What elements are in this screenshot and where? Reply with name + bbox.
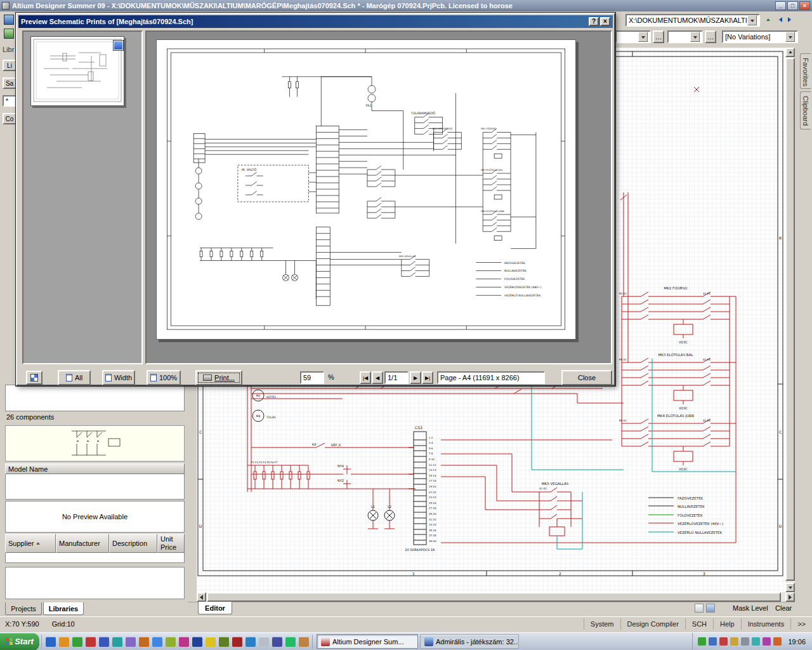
panel-button-system[interactable]: System [584, 618, 620, 630]
tab-clipboard[interactable]: Clipboard [800, 91, 811, 129]
taskbar-item-admiral[interactable]: Admirális - játékszám: 32... [420, 634, 519, 649]
variations-combo[interactable]: [No Variations] [722, 30, 798, 43]
tab-favorites[interactable]: Favorites [800, 53, 811, 89]
panel-button-fragment[interactable]: Li [3, 60, 16, 71]
quick-launch-icon[interactable] [139, 637, 149, 647]
previous-page-button[interactable]: ◀ [372, 371, 383, 384]
clear-button[interactable]: Clear [775, 604, 792, 612]
tray-icon[interactable] [730, 637, 738, 646]
quick-launch-icon[interactable] [112, 637, 122, 647]
tray-icon[interactable] [763, 637, 771, 646]
tray-icon[interactable] [752, 637, 760, 646]
zoom-width-button[interactable]: Width [102, 370, 135, 385]
quick-launch-icon[interactable] [272, 637, 282, 647]
toolbar-icon[interactable] [4, 29, 14, 39]
quick-launch-icon[interactable] [246, 637, 256, 647]
column-header-description[interactable]: Description [109, 534, 157, 553]
vertical-scroll-thumb[interactable] [785, 58, 795, 581]
tab-libraries[interactable]: Libraries [43, 602, 84, 615]
clock[interactable]: 19:06 [783, 638, 808, 646]
quick-launch-icon[interactable] [179, 637, 189, 647]
app-titlebar[interactable]: Altium Designer Summer 09 - X:\DOKUMENTU… [0, 0, 812, 11]
zoom-percent-input[interactable] [303, 374, 321, 381]
project-combo-dropdown[interactable] [638, 32, 648, 42]
supplier-table-row[interactable] [5, 553, 185, 563]
quick-launch-icon[interactable] [232, 637, 242, 647]
column-header-unit-price[interactable]: Unit Price [157, 534, 185, 553]
quick-launch-icon[interactable] [259, 637, 269, 647]
supplier-detail-area[interactable] [5, 567, 185, 599]
print-button[interactable]: Print... [195, 370, 242, 385]
panel-button-help[interactable]: Help [713, 618, 741, 630]
address-combo[interactable]: X:\DOKUMENTUMOK\MŰSZAKI\ALTIUM [625, 14, 760, 27]
minimize-button[interactable]: _ [775, 1, 786, 10]
tray-icon[interactable] [719, 637, 728, 646]
close-dialog-button[interactable]: Close [561, 370, 612, 385]
panel-button-fragment[interactable]: Sa [3, 77, 16, 89]
maximize-button[interactable]: □ [787, 1, 798, 10]
multi-page-view-button[interactable] [26, 371, 43, 385]
quick-launch-icon[interactable] [59, 637, 69, 647]
toolbar-icon[interactable] [4, 15, 14, 25]
browse-button-1[interactable]: … [653, 30, 664, 43]
tray-icon[interactable] [773, 637, 782, 646]
panel-more-button[interactable]: >> [790, 618, 812, 630]
quick-launch-icon[interactable] [46, 637, 56, 647]
panel-button-sch[interactable]: SCH [685, 618, 713, 630]
horizontal-scroll-thumb[interactable] [207, 592, 781, 602]
quick-launch-icon[interactable] [86, 637, 96, 647]
back-icon[interactable] [775, 15, 784, 25]
quick-launch-icon[interactable] [152, 637, 162, 647]
panel-button-design-compiler[interactable]: Design Compiler [620, 618, 685, 630]
project-combo[interactable] [615, 30, 651, 43]
first-page-button[interactable]: |◀ [360, 371, 371, 384]
preview-page[interactable]: TR1 TÚLÁRAMVÉDŐ IR. VÁLTÓ MK2 MOTORVÉDŐ … [156, 39, 576, 340]
column-header-supplier[interactable]: Supplier [5, 534, 56, 553]
zoom-100-button[interactable]: 100% [147, 370, 181, 385]
dialog-help-button[interactable]: ? [589, 17, 599, 26]
quick-launch-icon[interactable] [206, 637, 216, 647]
tray-icon[interactable] [741, 637, 749, 646]
tray-icon[interactable] [709, 637, 717, 646]
zoom-percent-field[interactable] [300, 371, 324, 384]
page-thumbnail[interactable] [30, 36, 124, 106]
last-page-button[interactable]: ▶| [422, 371, 433, 384]
close-button[interactable]: × [799, 1, 810, 10]
dialog-titlebar[interactable]: Preview Schematic Prints of [Meghajtás07… [18, 15, 613, 28]
page-number-field[interactable] [384, 371, 409, 384]
tray-icon[interactable] [698, 637, 706, 646]
start-button[interactable]: Start [0, 633, 39, 650]
vertical-scrollbar[interactable] [785, 48, 795, 592]
zoom-all-button[interactable]: All [58, 370, 91, 385]
quick-launch-icon[interactable] [166, 637, 176, 647]
quick-launch-icon[interactable] [192, 637, 202, 647]
browse-button-2[interactable]: … [705, 30, 716, 43]
quick-launch-icon[interactable] [285, 637, 296, 647]
model-name-header[interactable]: Model Name [5, 463, 185, 474]
forward-icon[interactable] [786, 15, 796, 25]
pencil-icon[interactable] [695, 604, 704, 613]
tab-projects[interactable]: Projects [5, 602, 42, 615]
quick-launch-icon[interactable] [299, 637, 309, 647]
quick-launch-icon[interactable] [219, 637, 229, 647]
panel-button-instruments[interactable]: Instruments [741, 618, 790, 630]
quick-launch-icon[interactable] [72, 637, 82, 647]
next-page-button[interactable]: ▶ [410, 371, 421, 384]
address-dropdown-button[interactable] [747, 15, 757, 25]
model-list[interactable] [5, 474, 185, 500]
quick-launch-icon[interactable] [126, 637, 136, 647]
panel-button-fragment[interactable]: Co [3, 113, 16, 124]
filter-icon[interactable] [706, 604, 715, 613]
horizontal-scrollbar[interactable] [197, 592, 795, 602]
component-preview[interactable] [5, 425, 185, 461]
column-header-manufacturer[interactable]: Manufacturer [56, 534, 109, 553]
component-list[interactable] [5, 385, 185, 411]
page-number-input[interactable] [388, 374, 405, 381]
up-arrow-icon[interactable] [763, 15, 773, 25]
taskbar-item-altium[interactable]: Altium Designer Sum... [317, 634, 418, 649]
panel-field-fragment[interactable]: * [3, 95, 16, 107]
dialog-close-button[interactable]: × [600, 17, 610, 26]
tab-editor[interactable]: Editor [198, 602, 232, 614]
document-combo-dropdown[interactable] [690, 32, 700, 42]
variations-dropdown[interactable] [785, 32, 795, 42]
